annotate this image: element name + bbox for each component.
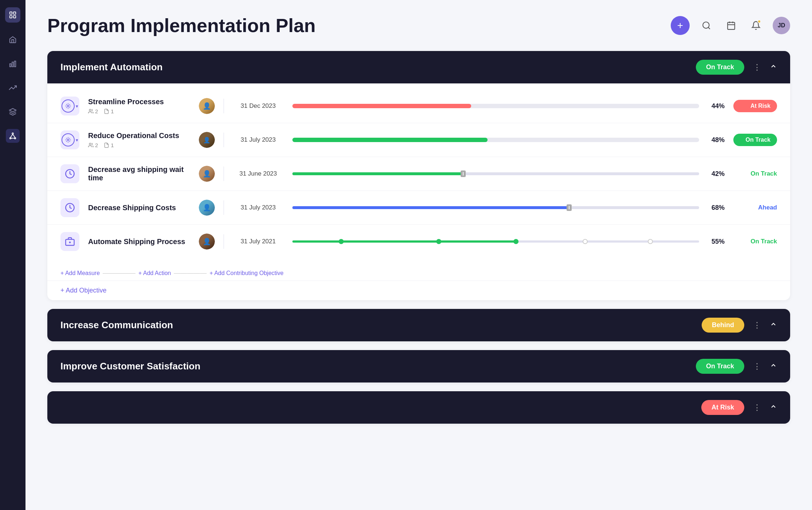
progress-area-shipping-costs: 68% — [292, 204, 725, 212]
progress-pct-shipping-costs: 68% — [706, 204, 725, 212]
objective-name-wrap: Streamline Processes 2 1 — [88, 98, 190, 114]
svg-line-15 — [708, 27, 710, 29]
objective-icon-inner-reduce — [62, 133, 75, 146]
section-status-communication[interactable]: Behind — [702, 318, 744, 333]
objective-icon-reduce: ▾ — [60, 130, 79, 149]
objective-icon-inner — [62, 99, 75, 113]
section-header-implement-automation: Implement Automation On Track ⋮ — [47, 51, 790, 83]
section-header-right-comm: Behind ⋮ — [702, 318, 777, 333]
section-menu-customer[interactable]: ⋮ — [750, 360, 764, 373]
objective-avatar-streamline: 👤 — [199, 98, 215, 114]
separator-2: ————— — [174, 269, 206, 277]
section-menu-communication[interactable]: ⋮ — [750, 319, 764, 332]
section-menu-implement-automation[interactable]: ⋮ — [750, 61, 764, 74]
svg-point-21 — [89, 109, 91, 111]
section-improve-customer: Improve Customer Satisfaction On Track ⋮ — [47, 350, 790, 382]
objective-name-automate: Automate Shipping Process — [88, 238, 190, 246]
objective-sub-streamline: 2 1 — [88, 108, 190, 114]
page-title: Program Implementation Plan — [47, 15, 316, 36]
progress-area-streamline: 44% — [292, 102, 725, 110]
progress-bar-reduce — [292, 138, 699, 142]
progress-bar-streamline — [292, 104, 699, 108]
user-avatar[interactable]: JD — [773, 17, 790, 34]
objective-name-reduce: Reduce Operational Costs — [88, 132, 190, 140]
section-header-customer: Improve Customer Satisfaction On Track ⋮ — [47, 350, 790, 382]
table-row: Automate Shipping Process 👤 31 July 2021 — [47, 225, 790, 258]
add-links-row: + Add Measure ————— + Add Action ————— +… — [47, 264, 790, 280]
section-header-at-risk: At Risk ⋮ — [47, 391, 790, 424]
objective-name-streamline: Streamline Processes — [88, 98, 190, 106]
section-title-communication: Increase Communication — [60, 319, 173, 331]
progress-pct-automate: 55% — [706, 238, 725, 246]
svg-line-11 — [11, 134, 13, 137]
svg-rect-16 — [728, 22, 735, 30]
objective-avatar-shipping-wait: 👤 — [199, 166, 215, 182]
section-status-implement-automation[interactable]: On Track — [696, 60, 744, 75]
table-row: ▾ Reduce Operational Costs 2 1 — [47, 123, 790, 157]
progress-pct-streamline: 44% — [706, 102, 725, 110]
svg-rect-1 — [13, 12, 16, 14]
sidebar-item-trending[interactable] — [6, 81, 20, 95]
add-button[interactable]: + — [671, 16, 690, 35]
svg-point-23 — [89, 143, 91, 145]
section-header-right-customer: On Track ⋮ — [696, 359, 777, 374]
search-button[interactable] — [698, 17, 714, 34]
objective-icon-streamline: ▾ — [60, 97, 79, 115]
page-header: Program Implementation Plan + — [47, 15, 790, 36]
section-header-right-at-risk: At Risk ⋮ — [701, 400, 777, 415]
add-measure-link[interactable]: + Add Measure — [60, 270, 100, 276]
progress-pct-reduce: 48% — [706, 136, 725, 144]
svg-point-22 — [67, 139, 69, 141]
separator-1: ————— — [103, 269, 135, 277]
calendar-button[interactable] — [723, 17, 739, 34]
sidebar-logo[interactable] — [5, 7, 20, 23]
add-objective-button[interactable]: + Add Objective — [47, 280, 790, 300]
sidebar-item-layers[interactable] — [6, 105, 20, 119]
objective-icon-shipping-wait — [60, 164, 79, 183]
section-collapse-implement-automation[interactable] — [770, 63, 777, 72]
svg-marker-7 — [9, 109, 16, 112]
sidebar-item-network[interactable] — [6, 129, 20, 143]
main-content: Program Implementation Plan + — [25, 0, 812, 510]
svg-rect-5 — [12, 62, 13, 67]
divider-automate — [224, 234, 224, 249]
section-collapse-at-risk[interactable] — [770, 403, 777, 412]
section-status-customer[interactable]: On Track — [696, 359, 744, 374]
progress-fill — [292, 104, 471, 108]
svg-rect-2 — [10, 16, 12, 18]
objective-date-shipping-wait: 31 June 2023 — [233, 170, 284, 177]
objective-icon-automate — [60, 232, 79, 251]
row-status-reduce: On Track — [733, 134, 777, 146]
add-action-link[interactable]: + Add Action — [138, 270, 171, 276]
table-row: ▾ Streamline Processes 2 1 — [47, 89, 790, 123]
section-collapse-communication[interactable] — [770, 321, 777, 330]
expand-chevron[interactable]: ▾ — [76, 103, 78, 109]
header-actions: + JD — [671, 16, 790, 35]
section-collapse-customer[interactable] — [770, 362, 777, 371]
section-title-implement-automation: Implement Automation — [60, 62, 163, 73]
section-menu-at-risk[interactable]: ⋮ — [750, 401, 764, 414]
sidebar — [0, 0, 25, 510]
progress-fill-reduce — [292, 138, 488, 142]
sub-count-a-reduce: 2 — [88, 142, 98, 148]
sub-count-b: 1 — [104, 108, 114, 114]
section-at-risk: At Risk ⋮ — [47, 391, 790, 424]
svg-point-14 — [703, 22, 709, 28]
section-status-at-risk[interactable]: At Risk — [701, 400, 744, 415]
section-implement-automation: Implement Automation On Track ⋮ — [47, 51, 790, 300]
sidebar-item-home[interactable] — [6, 33, 20, 47]
divider-shipping-costs — [224, 200, 224, 215]
divider-shipping-wait — [224, 166, 224, 181]
sidebar-item-charts[interactable] — [6, 57, 20, 71]
sub-count-a: 2 — [88, 108, 98, 114]
svg-rect-4 — [10, 64, 11, 67]
expand-chevron-reduce[interactable]: ▾ — [76, 137, 78, 143]
objective-sub-reduce: 2 1 — [88, 142, 190, 148]
notification-button[interactable] — [748, 17, 764, 34]
row-status-streamline: At Risk — [733, 100, 777, 112]
svg-point-20 — [67, 105, 69, 107]
objective-date-streamline: 31 Dec 2023 — [233, 102, 284, 110]
progress-pct-shipping-wait: 42% — [706, 170, 725, 178]
add-contributing-link[interactable]: + Add Contributing Objective — [209, 270, 283, 276]
svg-rect-3 — [13, 16, 16, 18]
